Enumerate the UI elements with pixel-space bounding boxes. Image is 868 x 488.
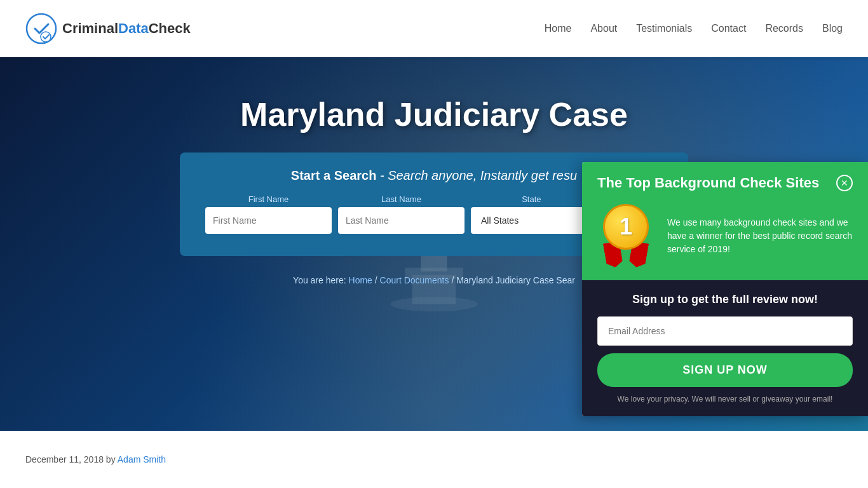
popup-header: The Top Background Check Sites ✕ — [582, 162, 868, 204]
email-input[interactable] — [597, 316, 853, 346]
header: CriminalDataCheck Home About Testimonial… — [0, 0, 868, 57]
search-label-italic: - Search anyone, Instantly get resu — [380, 168, 577, 182]
close-button[interactable]: ✕ — [836, 175, 853, 191]
logo[interactable]: CriminalDataCheck — [25, 13, 191, 44]
popup: The Top Background Check Sites ✕ 1 We us… — [582, 162, 868, 416]
main-nav: Home About Testimonials Contact Records … — [545, 23, 843, 34]
signup-button[interactable]: SIGN UP NOW — [597, 353, 853, 387]
popup-title: The Top Background Check Sites — [597, 175, 830, 191]
first-name-group: First Name — [205, 194, 332, 234]
nav-records[interactable]: Records — [765, 23, 803, 34]
breadcrumb-court-docs[interactable]: Court Documents — [380, 275, 449, 285]
post-author-link[interactable]: Adam Smith — [118, 454, 166, 464]
medal-container: 1 — [597, 204, 654, 268]
nav-contact[interactable]: Contact — [711, 23, 746, 34]
state-group: State All StatesAlabamaAlaskaArizonaArka… — [471, 194, 592, 234]
search-label-bold: Start a Search — [291, 168, 377, 182]
state-select[interactable]: All StatesAlabamaAlaskaArizonaArkansasCa… — [471, 207, 592, 234]
post-date: December 11, 2018 by — [25, 454, 118, 464]
popup-body-title: Sign up to get the full review now! — [597, 293, 853, 306]
page-title: Maryland Judiciary Case — [0, 95, 868, 133]
privacy-text: We love your privacy. We will never sell… — [597, 395, 853, 403]
breadcrumb-home[interactable]: Home — [349, 275, 372, 285]
last-name-group: Last Name — [338, 194, 465, 234]
first-name-input[interactable] — [205, 207, 332, 234]
medal: 1 — [597, 204, 654, 268]
nav-blog[interactable]: Blog — [822, 23, 843, 34]
svg-point-1 — [41, 32, 51, 42]
breadcrumb-prefix: You are here: — [293, 275, 348, 285]
first-name-label: First Name — [205, 194, 332, 204]
breadcrumb-sep2: / — [451, 275, 456, 285]
logo-icon — [25, 13, 57, 44]
popup-top-content: 1 We use many background check sites and… — [582, 204, 868, 280]
logo-text: CriminalDataCheck — [62, 20, 191, 37]
breadcrumb-current: Maryland Judiciary Case Sear — [456, 275, 575, 285]
post-meta: December 11, 2018 by Adam Smith — [25, 454, 166, 464]
last-name-label: Last Name — [338, 194, 465, 204]
popup-body: Sign up to get the full review now! SIGN… — [582, 280, 868, 416]
bottom-bar: December 11, 2018 by Adam Smith — [0, 431, 868, 488]
popup-top-text: We use many background check sites and w… — [667, 216, 853, 256]
state-label: State — [471, 194, 592, 204]
breadcrumb-sep1: / — [375, 275, 380, 285]
nav-about[interactable]: About — [590, 23, 617, 34]
medal-number: 1 — [603, 204, 649, 250]
nav-home[interactable]: Home — [545, 23, 572, 34]
nav-testimonials[interactable]: Testimonials — [636, 23, 692, 34]
last-name-input[interactable] — [338, 207, 465, 234]
